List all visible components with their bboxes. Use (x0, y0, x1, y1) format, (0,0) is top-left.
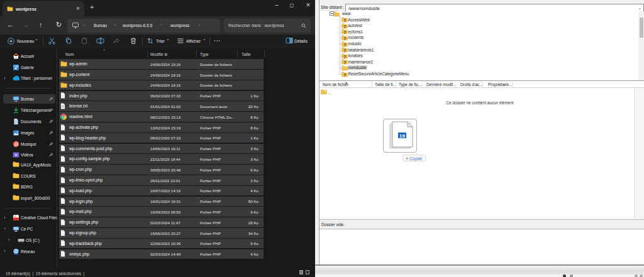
svg-text:?: ? (343, 60, 347, 65)
svg-text:C: C (14, 215, 16, 218)
svg-text:?: ? (343, 48, 347, 53)
svg-text:?: ? (343, 23, 347, 28)
svg-text:?: ? (343, 72, 347, 77)
svg-text:?: ? (343, 18, 347, 23)
svg-text:?: ? (343, 36, 347, 41)
svg-text:?: ? (343, 41, 347, 46)
svg-text:?: ? (343, 53, 347, 58)
svg-text:?: ? (343, 30, 347, 35)
svg-text:19: 19 (399, 133, 405, 139)
